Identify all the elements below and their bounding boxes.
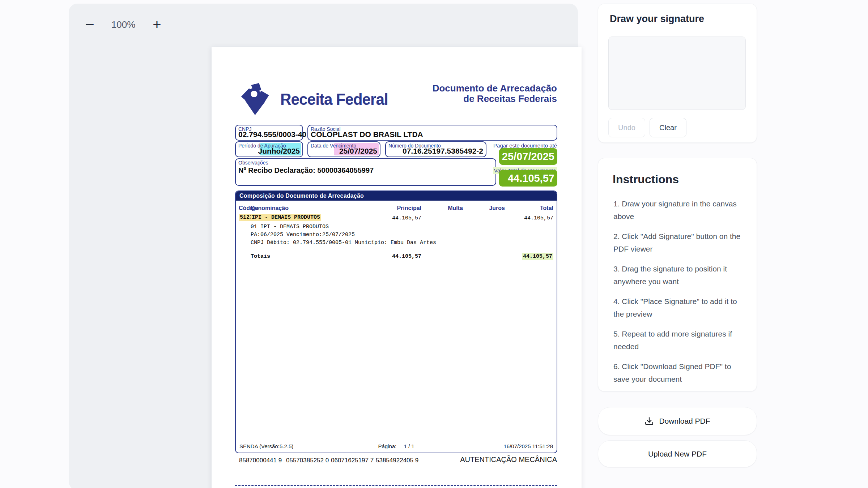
field-cnpj-value: 02.794.555/0003-40 (238, 130, 300, 139)
undo-button[interactable]: Undo (608, 118, 645, 137)
field-periodo-apuracao: Período de Apuração Junho/2025 (235, 141, 303, 157)
autenticacao-mecanica-label: AUTENTICAÇÃO MECÂNICA (460, 455, 557, 464)
barcode-number: 06071625197 7 (331, 457, 374, 464)
field-observacoes: Observações Nº Recibo Declaração: 500003… (235, 158, 496, 186)
field-periodo-apuracao-value: Junho/2025 (238, 147, 300, 155)
signature-canvas[interactable] (608, 37, 746, 110)
document-footer-row: SENDA (Versão:5.2.5) Página: 1 / 1 16/07… (236, 443, 557, 451)
field-observacoes-label: Observações (238, 160, 268, 166)
instruction-item: 6. Click "Download Signed PDF" to save y… (613, 360, 744, 385)
row-detail-line: 01 IPI - DEMAIS PRODUTOS (251, 224, 329, 230)
pagar-ate-label: Pagar este documento até (493, 142, 557, 149)
table-row-denominacao: IPI - DEMAIS PRODUTOS (251, 214, 321, 221)
table-row-principal: 44.105,57 (349, 215, 421, 221)
barcode-number: 05570385252 0 (286, 457, 329, 464)
column-header-principal: Principal (349, 205, 421, 211)
upload-new-pdf-label: Upload New PDF (648, 450, 707, 458)
instruction-item: 2. Click "Add Signature" button on the P… (613, 230, 744, 255)
document-title-line1: Documento de Arrecadação (433, 83, 557, 94)
signature-card: Draw your signature Undo Clear (598, 4, 757, 143)
download-pdf-label: Download PDF (659, 417, 710, 425)
field-razao-social-value: COLOPLAST DO BRASIL LTDA (311, 130, 554, 139)
signature-card-title: Draw your signature (610, 13, 704, 25)
table-row-total: 44.105,57 (495, 215, 553, 221)
totals-label: Totais (251, 253, 270, 260)
composicao-section-header: Composição do Documento de Arrecadação (236, 191, 557, 201)
instruction-item: 1. Draw your signature in the canvas abo… (613, 197, 744, 223)
zoom-in-button[interactable]: + (149, 17, 165, 33)
column-header-total: Total (495, 205, 553, 211)
upload-new-pdf-button[interactable]: Upload New PDF (598, 440, 757, 467)
page-value: 1 / 1 (404, 443, 414, 449)
field-observacoes-value: Nº Recibo Declaração: 50000364055997 (238, 166, 493, 175)
column-header-denominacao: Denominação (251, 205, 289, 211)
field-razao-social: Razão Social COLOPLAST DO BRASIL LTDA (307, 125, 557, 141)
clear-button[interactable]: Clear (650, 118, 686, 137)
zoom-out-button[interactable]: − (82, 17, 98, 33)
totals-total: 44.105,57 (495, 253, 553, 260)
barcode-number: 53854922405 9 (376, 457, 418, 464)
instructions-card: Instructions 1. Draw your signature in t… (598, 158, 757, 391)
field-numero-documento: Número do Documento 07.16.25197.5385492-… (385, 141, 486, 157)
page-label: Página: (378, 443, 396, 449)
instruction-item: 4. Click "Place Signature" to add it to … (613, 295, 744, 320)
field-cnpj: CNPJ 02.794.555/0003-40 (235, 125, 303, 141)
document-title: Documento de Arrecadação de Receitas Fed… (433, 83, 557, 104)
pdf-document-page: Receita Federal Documento de Arrecadação… (212, 47, 582, 488)
total-value-green-box: 44.105,57 (499, 170, 557, 187)
download-pdf-button[interactable]: Download PDF (598, 407, 757, 435)
denominacao-highlighted-value: IPI - DEMAIS PRODUTOS (251, 214, 321, 221)
pdf-viewer-area: − 100% + Receita Federal Documento de Ar… (69, 4, 578, 488)
instruction-item: 5. Repeat to add more signatures if need… (613, 328, 744, 353)
receita-federal-brand-text: Receita Federal (280, 90, 388, 108)
column-header-multa: Multa (420, 205, 463, 211)
download-icon (644, 416, 654, 426)
receita-federal-logo-icon (237, 82, 275, 117)
zoom-level-label: 100% (100, 17, 147, 33)
totals-principal: 44.105,57 (349, 253, 421, 260)
composicao-table: Composição do Documento de Arrecadação C… (235, 191, 557, 453)
print-timestamp: 16/07/2025 11:51:28 (503, 443, 553, 449)
due-date-green-box: 25/07/2025 (499, 148, 557, 165)
field-data-vencimento: Data de Vencimento 25/07/2025 (307, 141, 380, 157)
barcode-number: 85870000441 9 (239, 457, 282, 464)
row-detail-line: PA:06/2025 Vencimento:25/07/2025 (251, 232, 355, 238)
document-title-line2: de Receitas Federais (433, 94, 557, 104)
row-detail-line: CNPJ Débito: 02.794.555/0005-01 Municípi… (251, 240, 436, 246)
instruction-item: 3. Drag the signature to position it any… (613, 262, 744, 288)
field-data-vencimento-value: 25/07/2025 (311, 147, 377, 155)
totals-total-highlighted: 44.105,57 (522, 253, 553, 260)
instructions-title: Instructions (613, 173, 679, 186)
cut-here-dashed-divider (235, 485, 557, 486)
field-numero-documento-value: 07.16.25197.5385492-2 (388, 147, 483, 155)
